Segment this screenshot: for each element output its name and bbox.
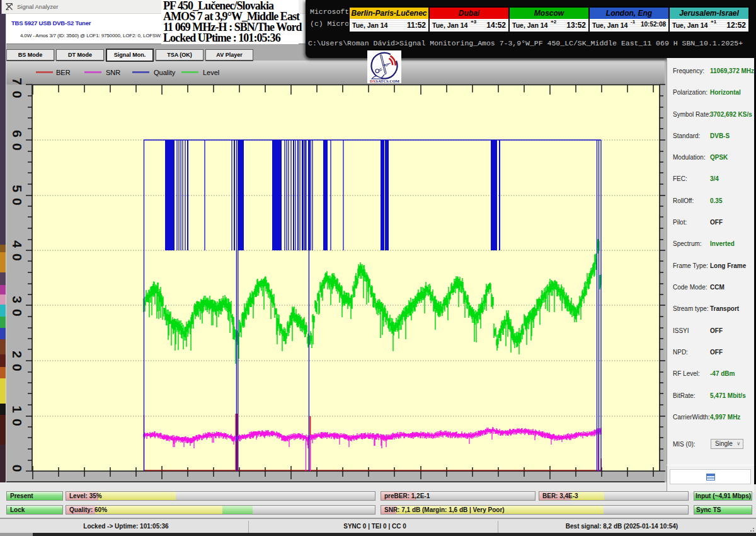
- svg-text:70: 70: [10, 78, 25, 103]
- svg-text:50: 50: [10, 185, 25, 211]
- svg-text:10: 10: [10, 405, 25, 431]
- svg-text:30: 30: [10, 296, 25, 322]
- svg-text:40: 40: [10, 240, 25, 266]
- svg-text:60: 60: [10, 130, 25, 156]
- svg-text:DXSATCS.COM: DXSATCS.COM: [370, 79, 400, 83]
- svg-text:20: 20: [10, 351, 25, 376]
- svg-text:0: 0: [10, 465, 25, 478]
